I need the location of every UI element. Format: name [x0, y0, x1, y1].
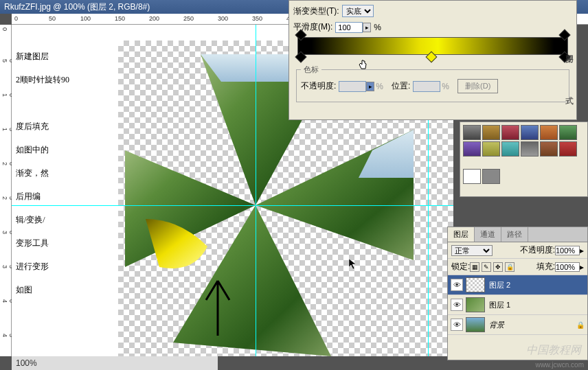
gradient-editor-panel: 渐变类型(T): 实底 平滑度(M): ▸ % 色标 不透明度: ▸ % 位置:…	[289, 0, 577, 120]
swatch-item[interactable]	[501, 125, 519, 140]
stop-position-label: 位置:	[392, 80, 410, 92]
color-stop-fieldset: 色标 不透明度: ▸ % 位置: % 删除(D)	[296, 65, 569, 102]
layer-thumbnail[interactable]	[466, 277, 485, 292]
smoothness-input[interactable]	[335, 22, 363, 33]
swatch-item[interactable]	[521, 141, 539, 157]
watermark-url: www.jcwcn.com	[535, 361, 584, 369]
lock-transparency-icon[interactable]: ▦	[470, 262, 479, 272]
swatch-item[interactable]	[463, 125, 481, 140]
color-stop-mid[interactable]	[426, 51, 438, 63]
guide-horizontal[interactable]	[12, 205, 453, 206]
layer-opacity-input[interactable]	[555, 246, 580, 255]
swatch-item[interactable]	[482, 169, 500, 184]
fill-label: 填充:	[536, 261, 555, 273]
layer-name: 图层 2	[489, 280, 510, 290]
layer-thumbnail[interactable]	[466, 297, 485, 312]
swatch-item[interactable]	[540, 125, 558, 140]
layer-name: 背景	[489, 320, 504, 330]
stop-opacity-input	[339, 81, 366, 92]
document-title: RkufzZFI.jpg @ 100% (图层 2, RGB/8#)	[4, 1, 150, 13]
cursor-icon	[348, 258, 358, 270]
swatch-item[interactable]	[463, 169, 481, 184]
tab-layers[interactable]: 图层	[448, 227, 475, 242]
layer-thumbnail[interactable]	[466, 317, 485, 332]
swatch-item[interactable]	[559, 125, 577, 140]
stop-opacity-stepper: ▸	[366, 82, 374, 91]
smoothness-unit: %	[374, 23, 381, 32]
zoom-level[interactable]: 100%	[16, 358, 37, 368]
swatch-item[interactable]	[521, 125, 539, 140]
blend-mode-select[interactable]: 正常	[451, 245, 493, 256]
fill-stepper[interactable]: ▸	[580, 262, 584, 272]
guide-vertical[interactable]	[256, 25, 256, 356]
swatch-item[interactable]	[482, 125, 500, 140]
watermark-text: 中国教程网	[526, 343, 581, 358]
hand-cursor-icon	[358, 59, 368, 71]
swatch-item[interactable]	[501, 141, 519, 157]
layer-name: 图层 1	[489, 300, 510, 310]
visibility-toggle-icon[interactable]: 👁	[451, 279, 463, 291]
tab-channels[interactable]: 通道	[475, 227, 501, 242]
swatch-item[interactable]	[482, 141, 500, 157]
layer-opacity-label: 不透明度:	[520, 244, 555, 256]
lock-move-icon[interactable]: ✥	[493, 262, 503, 272]
smoothness-stepper[interactable]: ▸	[363, 23, 371, 32]
visibility-toggle-icon[interactable]: 👁	[451, 319, 463, 331]
ruler-vertical: 050100150200250300350400450	[0, 25, 12, 356]
lock-paint-icon[interactable]: ✎	[482, 262, 491, 272]
tab-paths[interactable]: 路径	[501, 227, 528, 242]
stop-position-input	[413, 81, 440, 92]
lock-icon: 🔒	[576, 321, 585, 329]
status-bar: 100%	[12, 356, 218, 370]
lock-label: 锁定:	[451, 261, 470, 273]
fill-input[interactable]	[555, 262, 580, 272]
stop-opacity-label: 不透明度:	[301, 80, 336, 92]
delete-stop-button: 删除(D)	[457, 79, 498, 93]
color-stop-right[interactable]	[559, 51, 571, 63]
gradient-type-label: 渐变类型(T):	[293, 5, 339, 17]
gradient-type-select[interactable]: 实底	[342, 5, 374, 17]
layer-row[interactable]: 👁 图层 2	[448, 275, 587, 295]
layer-row[interactable]: 👁 背景 🔒	[448, 315, 587, 335]
gradient-preview-strip[interactable]	[297, 37, 568, 55]
visibility-toggle-icon[interactable]: 👁	[451, 299, 463, 311]
swatch-item[interactable]	[540, 141, 558, 157]
lock-all-icon[interactable]: 🔒	[505, 262, 514, 272]
color-stop-left[interactable]	[295, 51, 307, 63]
swatch-grid	[463, 125, 585, 157]
layers-panel: 图层 通道 路径 正常 不透明度: ▸ 锁定: ▦ ✎ ✥ 🔒 填充: ▸ 👁 …	[447, 227, 588, 360]
swatch-item[interactable]	[463, 141, 481, 157]
layer-row[interactable]: 👁 图层 1	[448, 295, 587, 315]
opacity-stepper[interactable]: ▸	[580, 246, 584, 255]
swatch-item[interactable]	[559, 141, 577, 157]
tutorial-text-block: 新建图层 2顺时针旋转90 度后填充 如图中的 渐变，然 后用编 辑/变换/ 变…	[12, 41, 118, 356]
swatches-panel	[460, 122, 588, 197]
